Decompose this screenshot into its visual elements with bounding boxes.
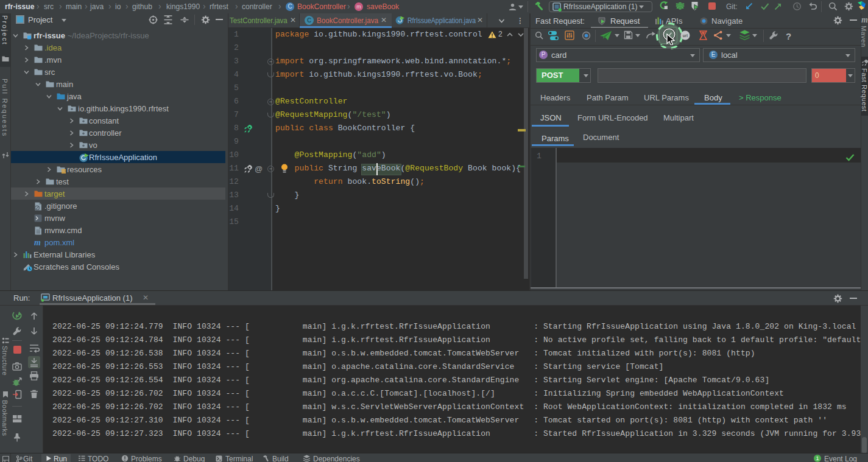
- svg-text:m: m: [34, 239, 41, 247]
- svg-text:url: url: [683, 33, 688, 38]
